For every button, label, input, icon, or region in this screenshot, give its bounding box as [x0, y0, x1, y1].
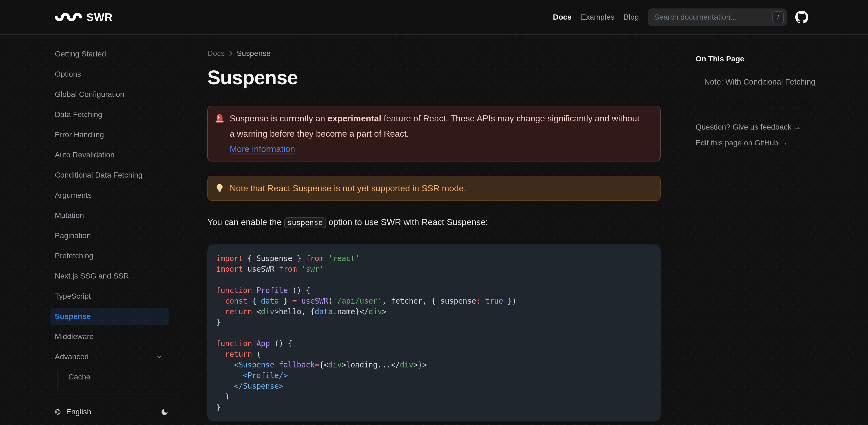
- language-label: English: [66, 407, 91, 416]
- feedback-link[interactable]: Question? Give us feedback →: [695, 122, 817, 133]
- github-icon: [795, 11, 808, 24]
- note-callout: Note that React Suspense is not yet supp…: [207, 176, 661, 201]
- sidebar-item-options[interactable]: Options: [51, 65, 168, 83]
- swr-logo[interactable]: SWR: [55, 11, 113, 24]
- sidebar-item-cache[interactable]: Cache: [64, 368, 168, 386]
- github-link[interactable]: [795, 11, 808, 24]
- sidebar-item-suspense[interactable]: Suspense: [51, 308, 168, 325]
- intro-paragraph: You can enable the suspense option to us…: [207, 215, 661, 230]
- search-placeholder: Search documentation...: [654, 13, 772, 22]
- sidebar-item-label: TypeScript: [55, 292, 91, 301]
- sidebar-item-prefetching[interactable]: Prefetching: [51, 247, 168, 264]
- navbar: SWR DocsExamplesBlog Search documentatio…: [0, 0, 868, 35]
- sidebar-item-global-configuration[interactable]: Global Configuration: [51, 86, 168, 103]
- sidebar-item-label: Data Fetching: [55, 110, 102, 119]
- breadcrumb-current: Suspense: [237, 48, 271, 59]
- siren-emoji-icon: [214, 111, 225, 157]
- toc-item[interactable]: Note: With Conditional Fetching: [695, 76, 817, 87]
- language-switcher[interactable]: English: [55, 407, 91, 416]
- breadcrumb-docs[interactable]: Docs: [207, 48, 225, 59]
- bulb-emoji-icon: [214, 180, 225, 196]
- sidebar-item-pagination[interactable]: Pagination: [51, 227, 168, 245]
- sidebar-item-label: Middleware: [55, 332, 94, 341]
- code-block[interactable]: import { Suspense } from 'react' import …: [207, 245, 661, 421]
- edit-page-link[interactable]: Edit this page on GitHub →: [695, 138, 817, 148]
- sidebar-item-arguments[interactable]: Arguments: [51, 187, 168, 204]
- nav-link-blog[interactable]: Blog: [624, 13, 639, 22]
- sidebar-item-label: Options: [55, 70, 81, 79]
- sidebar-item-label: Conditional Data Fetching: [55, 171, 143, 179]
- search-input[interactable]: Search documentation... /: [648, 8, 787, 26]
- sidebar-item-next-js-ssg-and-ssr[interactable]: Next.js SSG and SSR: [51, 267, 168, 285]
- code-content: import { Suspense } from 'react' import …: [207, 253, 661, 413]
- sidebar-item-advanced[interactable]: Advanced: [51, 348, 168, 366]
- more-information-link[interactable]: More information: [230, 144, 295, 154]
- sidebar-advanced-children: Cache: [57, 368, 168, 392]
- error-callout-text: Suspense is currently an experimental fe…: [230, 111, 644, 157]
- sidebar-item-label: Error Handling: [55, 131, 104, 139]
- sidebar-item-error-handling[interactable]: Error Handling: [51, 126, 168, 143]
- sidebar-item-label: Next.js SSG and SSR: [55, 272, 129, 280]
- sidebar-item-label: Getting Started: [55, 50, 106, 58]
- sidebar-item-conditional-data-fetching[interactable]: Conditional Data Fetching: [51, 166, 168, 184]
- sidebar-item-label: Arguments: [55, 191, 92, 200]
- sidebar-item-label: Prefetching: [55, 252, 93, 260]
- moon-icon: [160, 408, 168, 416]
- sidebar-item-label: Suspense: [55, 312, 91, 321]
- chevron-right-icon: [227, 50, 235, 57]
- sidebar-item-label: Pagination: [55, 231, 91, 240]
- breadcrumb: Docs Suspense: [207, 48, 661, 59]
- table-of-contents: On This Page Note: With Conditional Fetc…: [687, 35, 826, 153]
- page-title: Suspense: [207, 66, 661, 88]
- sidebar-item-mutation[interactable]: Mutation: [51, 207, 168, 224]
- sidebar-item-getting-started[interactable]: Getting Started: [51, 45, 168, 63]
- sidebar-item-typescript[interactable]: TypeScript: [51, 287, 168, 305]
- sidebar-item-label: Advanced: [55, 352, 89, 361]
- nav-link-docs[interactable]: Docs: [553, 13, 571, 22]
- sidebar-item-label: Auto Revalidation: [55, 150, 115, 159]
- sidebar-item-data-fetching[interactable]: Data Fetching: [51, 106, 168, 123]
- note-callout-text: Note that React Suspense is not yet supp…: [230, 180, 466, 196]
- sidebar-item-auto-revalidation[interactable]: Auto Revalidation: [51, 146, 168, 164]
- sidebar: Getting StartedOptionsGlobal Configurati…: [42, 35, 181, 425]
- swr-docs-page: SWR DocsExamplesBlog Search documentatio…: [0, 0, 868, 425]
- sidebar-item-label: Mutation: [55, 211, 84, 220]
- theme-toggle[interactable]: [160, 408, 168, 416]
- sidebar-item-middleware[interactable]: Middleware: [51, 328, 168, 345]
- sidebar-footer: English: [51, 394, 168, 425]
- sidebar-item-label: Global Configuration: [55, 90, 124, 99]
- swr-wave-icon: [55, 13, 82, 21]
- nav-link-examples[interactable]: Examples: [581, 13, 614, 22]
- error-callout: Suspense is currently an experimental fe…: [207, 106, 661, 162]
- header-nav: DocsExamplesBlog: [553, 13, 639, 22]
- search-shortcut-key: /: [772, 11, 784, 23]
- globe-icon: [55, 409, 61, 415]
- toc-title: On This Page: [695, 54, 817, 64]
- main-content: Docs Suspense Suspense Suspens: [181, 35, 687, 421]
- logo-text: SWR: [86, 11, 113, 24]
- inline-code-suspense: suspense: [284, 217, 326, 228]
- chevron-down-icon: [156, 354, 162, 360]
